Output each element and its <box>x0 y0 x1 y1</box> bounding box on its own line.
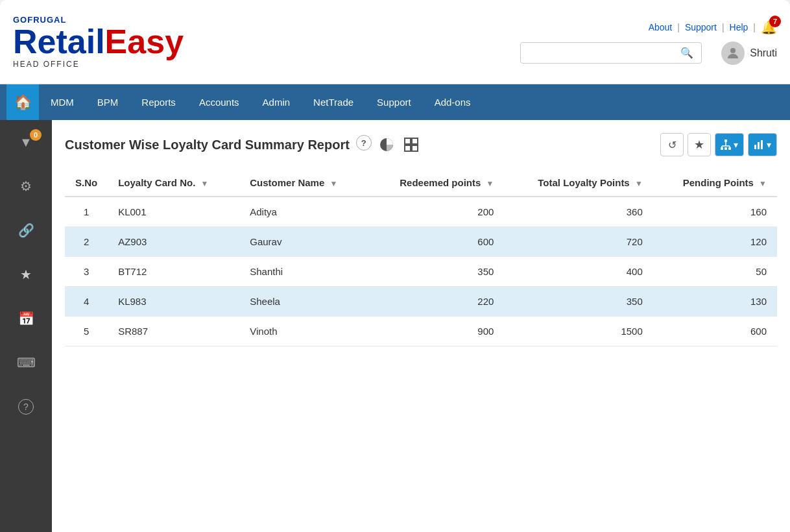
filter-badge: 0 <box>30 129 42 141</box>
search-input[interactable] <box>529 48 680 58</box>
cell-card-no: KL001 <box>108 197 239 227</box>
table-row: 1 KL001 Aditya 200 360 160 <box>65 197 777 227</box>
col-sno: S.No <box>65 169 108 197</box>
cell-total-loyalty: 360 <box>504 197 652 227</box>
col-customer-name: Customer Name ▼ <box>239 169 368 197</box>
sort-icon-total[interactable]: ▼ <box>635 179 643 188</box>
cell-total-loyalty: 720 <box>504 227 652 257</box>
nav-item-support[interactable]: Support <box>365 84 423 120</box>
cell-total-loyalty: 350 <box>504 287 652 317</box>
search-box[interactable]: 🔍 <box>520 42 702 64</box>
svg-rect-6 <box>724 139 727 142</box>
col-card-no: Loyalty Card No. ▼ <box>108 169 239 197</box>
nav-item-addons[interactable]: Add-ons <box>423 84 483 120</box>
sort-icon-redeemed[interactable]: ▼ <box>486 179 494 188</box>
nav-item-mdm[interactable]: MDM <box>39 84 86 120</box>
avatar <box>721 42 745 65</box>
brand-retail: Retail <box>13 23 105 60</box>
svg-rect-5 <box>412 145 418 151</box>
cell-redeemed: 600 <box>368 227 504 257</box>
chart-button[interactable]: ▾ <box>748 133 777 156</box>
nav-item-bpm[interactable]: BPM <box>86 84 130 120</box>
cell-pending: 160 <box>653 197 777 227</box>
cell-card-no: AZ903 <box>108 227 239 257</box>
report-icons: ? <box>356 135 421 154</box>
report-title: Customer Wise Loyalty Card Summary Repor… <box>65 138 350 152</box>
user-area: Shruti <box>721 42 777 65</box>
header-right: About | Support | Help | 🔔 7 🔍 Shruti <box>520 19 777 65</box>
sort-icon-card[interactable]: ▼ <box>201 179 209 188</box>
col-redeemed: Redeemed points ▼ <box>368 169 504 197</box>
nav-items: MDM BPM Reports Accounts Admin NetTrade … <box>39 84 483 120</box>
cell-pending: 50 <box>653 257 777 287</box>
report-help-button[interactable]: ? <box>356 135 372 151</box>
content-area: Customer Wise Loyalty Card Summary Repor… <box>52 120 790 532</box>
brand-easy: Easy <box>105 23 184 60</box>
cell-customer: Gaurav <box>239 227 368 257</box>
link-icon: 🔗 <box>18 223 34 238</box>
sidebar-item-calendar[interactable]: 📅 <box>6 303 45 334</box>
report-header: Customer Wise Loyalty Card Summary Repor… <box>65 133 777 156</box>
table-header-row: S.No Loyalty Card No. ▼ Customer Name ▼ … <box>65 169 777 197</box>
brand-name: RetailEasy <box>13 25 520 58</box>
svg-rect-14 <box>754 145 756 149</box>
svg-rect-2 <box>405 138 411 144</box>
cell-card-no: SR887 <box>108 317 239 346</box>
sidebar-item-settings[interactable]: ⚙ <box>6 171 45 202</box>
sort-icon-pending[interactable]: ▼ <box>759 179 767 188</box>
notification-badge: 7 <box>769 16 781 27</box>
header-search: 🔍 Shruti <box>520 42 777 65</box>
cell-customer: Vinoth <box>239 317 368 346</box>
nav-item-accounts[interactable]: Accounts <box>187 84 251 120</box>
report-pie-button[interactable] <box>377 135 396 154</box>
nav-item-nettrade[interactable]: NetTrade <box>302 84 365 120</box>
sidebar-item-link[interactable]: 🔗 <box>6 215 45 246</box>
cell-total-loyalty: 1500 <box>504 317 652 346</box>
table-row: 3 BT712 Shanthi 350 400 50 <box>65 257 777 287</box>
cell-total-loyalty: 400 <box>504 257 652 287</box>
logo-area: GOFRUGAL RetailEasy HEAD OFFICE <box>13 15 520 69</box>
hierarchy-button[interactable]: ▾ <box>715 133 744 156</box>
cell-redeemed: 220 <box>368 287 504 317</box>
refresh-button[interactable]: ↺ <box>660 133 684 156</box>
star-icon: ★ <box>20 267 32 282</box>
help-link[interactable]: Help <box>730 22 748 32</box>
search-icon[interactable]: 🔍 <box>680 47 693 59</box>
star-button[interactable]: ★ <box>688 133 711 156</box>
cell-pending: 130 <box>653 287 777 317</box>
report-actions: ↺ ★ ▾ ▾ <box>660 133 777 156</box>
brand-headoffice: HEAD OFFICE <box>13 60 520 69</box>
col-pending: Pending Points ▼ <box>653 169 777 197</box>
sort-icon-customer[interactable]: ▼ <box>329 179 337 188</box>
cell-sno: 2 <box>65 227 108 257</box>
sidebar-item-help[interactable]: ? <box>6 391 45 422</box>
cell-pending: 600 <box>653 317 777 346</box>
about-link[interactable]: About <box>649 22 673 32</box>
svg-rect-16 <box>761 140 763 149</box>
table-row: 2 AZ903 Gaurav 600 720 120 <box>65 227 777 257</box>
table-row: 4 KL983 Sheela 220 350 130 <box>65 287 777 317</box>
support-link[interactable]: Support <box>685 22 717 32</box>
cell-redeemed: 900 <box>368 317 504 346</box>
table-row: 5 SR887 Vinoth 900 1500 600 <box>65 317 777 346</box>
cell-pending: 120 <box>653 227 777 257</box>
sidebar-item-keyboard[interactable]: ⌨ <box>6 347 45 378</box>
gear-icon: ⚙ <box>20 178 32 194</box>
sidebar: ▼ 0 ⚙ 🔗 ★ 📅 ⌨ ? <box>0 120 52 532</box>
notification-area[interactable]: 🔔 7 <box>761 19 777 35</box>
sidebar-item-filter[interactable]: ▼ 0 <box>6 127 45 158</box>
nav-bar: 🏠 MDM BPM Reports Accounts Admin NetTrad… <box>0 84 790 120</box>
nav-item-admin[interactable]: Admin <box>251 84 302 120</box>
help-icon: ? <box>18 399 34 415</box>
nav-item-reports[interactable]: Reports <box>130 84 187 120</box>
cell-redeemed: 200 <box>368 197 504 227</box>
app-header: GOFRUGAL RetailEasy HEAD OFFICE About | … <box>0 0 790 84</box>
calendar-icon: 📅 <box>18 311 34 326</box>
cell-sno: 1 <box>65 197 108 227</box>
nav-home-button[interactable]: 🏠 <box>6 84 39 120</box>
main-area: ▼ 0 ⚙ 🔗 ★ 📅 ⌨ ? Customer Wise Loyalty Ca… <box>0 120 790 532</box>
svg-rect-3 <box>412 138 418 144</box>
report-grid-button[interactable] <box>401 135 421 154</box>
svg-point-0 <box>730 48 736 53</box>
sidebar-item-favorites[interactable]: ★ <box>6 259 45 290</box>
